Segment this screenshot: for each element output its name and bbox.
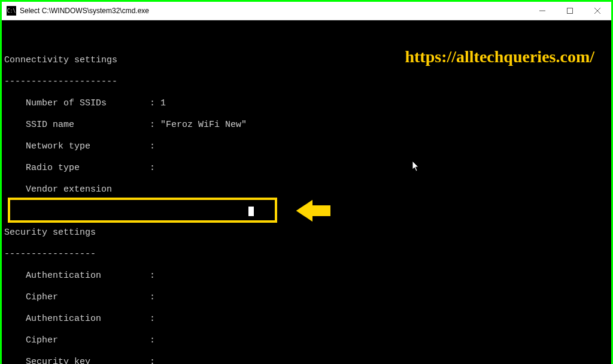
ssid-name-label: SSID name : [4,120,160,130]
num-ssids-value: 1 [160,98,166,108]
security-key-label: Security key : [4,357,611,364]
authentication-label: Authentication : [4,271,611,281]
divider: ----------------- [4,249,611,260]
window-title: Select C:\WINDOWS\system32\cmd.exe [20,7,149,15]
close-button[interactable] [584,2,611,20]
watermark-url: https://alltechqueries.com/ [405,51,594,62]
radio-type-label: Radio type : [4,163,611,174]
network-type-label: Network type : [4,141,611,152]
section-header-security: Security settings [4,228,611,238]
cipher-label: Cipher : [4,335,611,346]
cmd-icon: C:\ [7,6,16,16]
ssid-name-value: "Feroz WiFi New" [160,120,247,130]
svg-rect-1 [568,8,573,14]
num-ssids-label: Number of SSIDs : [4,98,160,108]
divider: --------------------- [4,77,611,87]
cmd-window: C:\ Select C:\WINDOWS\system32\cmd.exe C… [2,2,611,362]
cipher-label: Cipher : [4,292,611,303]
terminal-output[interactable]: Connectivity settings ------------------… [2,20,611,364]
maximize-button[interactable] [556,2,584,20]
titlebar[interactable]: C:\ Select C:\WINDOWS\system32\cmd.exe [2,2,611,20]
vendor-extension-label: Vendor extension [4,184,611,195]
minimize-button[interactable] [529,2,556,20]
authentication-label: Authentication : [4,314,611,324]
text-cursor [248,207,254,216]
